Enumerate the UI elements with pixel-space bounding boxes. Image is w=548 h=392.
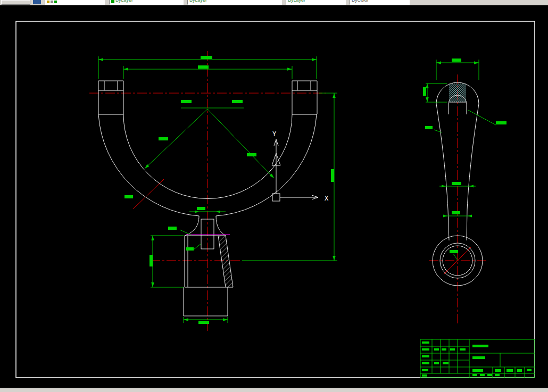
toolbar-icon[interactable] [33, 0, 41, 4]
ucs-origin-box [272, 194, 280, 201]
layer-color-icon [54, 1, 57, 3]
title-block [420, 339, 535, 378]
side-section-hatch [449, 84, 466, 102]
front-dimensions [98, 56, 337, 323]
linetype-combo-value: ByLayer [189, 0, 207, 4]
color-swatch-icon [111, 0, 114, 3]
layer-combo[interactable] [45, 0, 105, 5]
lineweight-combo-value: ByLayer [288, 0, 305, 4]
paper-frame [16, 21, 535, 378]
properties-toolbar: ByLayer ByLayer ByLayer ByColor [0, 0, 548, 5]
layer-lock-icon [51, 1, 53, 3]
layer-on-icon [47, 1, 49, 3]
plotstyle-combo-value: ByColor [352, 0, 369, 4]
toolbar-handle[interactable] [1, 0, 30, 5]
ucs-y-label: Y [272, 130, 277, 138]
plotstyle-combo[interactable]: ByColor [350, 0, 410, 5]
front-view [89, 51, 337, 331]
color-combo[interactable]: ByLayer [109, 0, 184, 5]
ucs-x-label: X [325, 195, 329, 202]
front-section-hatch [218, 236, 233, 287]
drawing-overlay[interactable]: Y X [0, 0, 548, 392]
linetype-combo[interactable]: ByLayer [187, 0, 282, 5]
color-combo-value: ByLayer [115, 0, 133, 4]
front-centerlines [89, 51, 326, 331]
ucs-icon: Y X [272, 130, 329, 202]
status-strip [0, 388, 548, 392]
side-view [426, 60, 496, 323]
lineweight-combo[interactable]: ByLayer [286, 0, 346, 5]
